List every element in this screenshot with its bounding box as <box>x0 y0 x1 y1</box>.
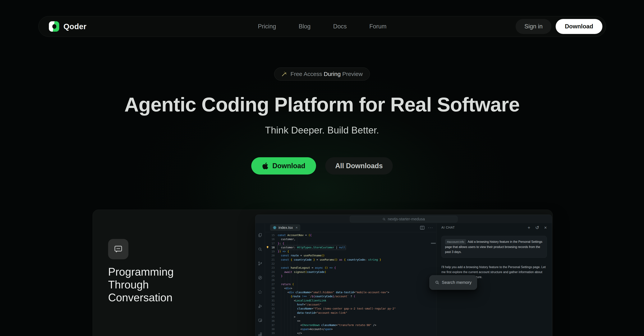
remote-explorer-icon[interactable] <box>258 318 262 322</box>
project-name: nextjs-starter-medusa <box>388 217 425 221</box>
preview-badge: Free Access During Preview <box>274 68 370 81</box>
debug-icon[interactable] <box>258 304 262 308</box>
sign-in-button[interactable]: Sign in <box>516 19 552 34</box>
line-number: 19 <box>265 249 278 253</box>
code-line: 35 > <box>265 315 436 319</box>
feature-heading: Programming Through Conversation <box>108 265 194 304</box>
line-number: 31 <box>265 299 278 303</box>
active-line-highlight <box>277 245 346 250</box>
code-line: 38 <span>Account</span> <box>265 327 436 331</box>
tabbar-actions: ··· <box>420 225 433 230</box>
chat-title: AI CHAT <box>442 226 455 229</box>
line-number: 33 <box>265 307 278 311</box>
code-line: 40 </LocalizedClientLink> <box>265 335 436 336</box>
nav-link-docs[interactable]: Docs <box>333 23 347 30</box>
search-memory-overlay: Search memory <box>429 275 477 290</box>
chat-header: AI CHAT + ↺ × <box>436 223 552 232</box>
lightbulb-icon[interactable] <box>266 245 269 249</box>
activity-bar <box>256 223 265 336</box>
search-icon[interactable] <box>258 247 262 252</box>
code-line: 25 } <box>265 274 436 278</box>
code-line: 20 const route = usePathname() <box>265 253 436 257</box>
close-icon[interactable]: × <box>544 225 547 230</box>
search-icon <box>435 280 440 285</box>
line-number: 26 <box>265 278 278 282</box>
nav-link-forum[interactable]: Forum <box>369 23 386 30</box>
code-line: 16 customer, <box>265 237 436 241</box>
code-line: 36 <> <box>265 319 436 323</box>
code-editor[interactable]: 15const AccountNav = ({16 customer,17}: … <box>265 232 436 336</box>
tab-label: index.tsx <box>278 225 293 230</box>
tab-close-icon[interactable]: × <box>296 225 298 230</box>
search-icon <box>382 217 386 221</box>
code-line: 32 href="/account" <box>265 303 436 307</box>
split-editor-icon[interactable] <box>420 226 424 230</box>
line-number: 27 <box>265 282 278 286</box>
scrollbar-thumb[interactable] <box>431 243 436 244</box>
code-line: 34 data-testid="account-main-link" <box>265 311 436 315</box>
code-line: 27 return ( <box>265 282 436 286</box>
more-actions-icon[interactable]: ··· <box>428 225 433 230</box>
code-line: 26 <box>265 278 436 282</box>
line-number: 38 <box>265 327 278 331</box>
user-message: #account-infoAdd a browsing history feat… <box>442 236 547 258</box>
line-number: 21 <box>265 258 278 262</box>
header-download-button[interactable]: Download <box>556 19 602 34</box>
line-number: 36 <box>265 319 278 323</box>
editor-window: nextjs-starter-medusa index.tsx × ··· <box>255 215 552 336</box>
extensions-icon[interactable] <box>258 332 262 336</box>
wand-icon <box>281 71 287 77</box>
line-number: 29 <box>265 290 278 294</box>
main-nav: PricingBlogDocsForum <box>258 23 386 30</box>
project-search-box[interactable]: nextjs-starter-medusa <box>350 216 458 222</box>
line-number: 30 <box>265 294 278 298</box>
code-line: 30 {route !== `/${countryCode}/account` … <box>265 294 436 298</box>
search-memory-label: Search memory <box>442 280 472 285</box>
code-line: 39 </> <box>265 331 436 335</box>
source-control-icon[interactable] <box>258 261 262 266</box>
all-downloads-button[interactable]: All Downloads <box>325 157 393 175</box>
qoder-logo-icon <box>49 21 59 32</box>
context-chip: #account-info <box>445 239 466 244</box>
code-line: 17}: { <box>265 241 436 245</box>
tab-index-tsx[interactable]: index.tsx × <box>270 224 300 231</box>
chat-header-actions: + ↺ × <box>528 225 547 230</box>
code-line: 37 <ChevronDown className="transform rot… <box>265 323 436 327</box>
code-line: 22 <box>265 262 436 266</box>
code-line: 29 <div className="small:hidden" data-te… <box>265 290 436 294</box>
line-number: 15 <box>265 233 278 237</box>
download-mac-button[interactable]: Download <box>251 157 316 175</box>
top-navbar: Qoder PricingBlogDocsForum Sign in Downl… <box>38 16 606 37</box>
line-number: 20 <box>265 253 278 257</box>
code-line: 33 className="flex items-center gap-x-2 … <box>265 307 436 311</box>
apple-icon <box>262 162 268 170</box>
brand[interactable]: Qoder <box>49 21 86 32</box>
brand-name: Qoder <box>64 22 86 31</box>
code-line: 21 const { countryCode } = useParams() a… <box>265 258 436 262</box>
ai-agents-icon[interactable] <box>258 289 262 294</box>
chat-bubble-icon <box>113 244 124 254</box>
history-icon[interactable]: ↺ <box>535 225 539 230</box>
line-number: 25 <box>265 274 278 278</box>
run-navigation-icon[interactable] <box>258 275 262 280</box>
line-number: 34 <box>265 311 278 315</box>
page-title: Agentic Coding Platform for Real Softwar… <box>0 93 644 116</box>
new-chat-icon[interactable]: + <box>528 225 530 230</box>
nav-link-blog[interactable]: Blog <box>298 23 310 30</box>
feature-icon-tile <box>108 239 128 259</box>
line-number: 35 <box>265 315 278 319</box>
line-number: 28 <box>265 286 278 290</box>
line-number: 37 <box>265 323 278 327</box>
line-number: 23 <box>265 266 278 270</box>
line-number: 24 <box>265 270 278 274</box>
window-titlebar: nextjs-starter-medusa <box>256 215 552 223</box>
line-number: 17 <box>265 241 278 245</box>
line-number: 39 <box>265 331 278 335</box>
line-number: 40 <box>265 335 278 336</box>
code-line: 24 await signout(countryCode) <box>265 270 436 274</box>
nav-link-pricing[interactable]: Pricing <box>258 23 276 30</box>
line-number: 22 <box>265 262 278 266</box>
line-number: 32 <box>265 303 278 307</box>
explorer-files-icon[interactable] <box>258 233 262 237</box>
code-line: 19}) => { <box>265 249 436 253</box>
